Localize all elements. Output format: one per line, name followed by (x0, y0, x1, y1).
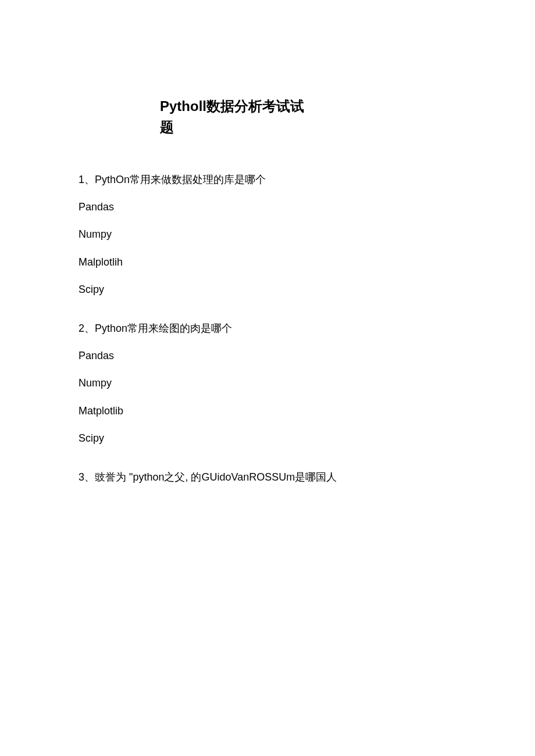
question-2-text: 2、Python常用来绘图的肉是哪个 (79, 321, 456, 336)
question-1-option-c: Malplotlih (79, 255, 456, 270)
document-page: Pytholl数据分析考试试 题 1、PythOn常用来做数据处理的库是哪个 P… (0, 0, 535, 485)
question-3: 3、豉誉为 "python之父, 的GUidoVanROSSUm是哪国人 (79, 470, 456, 485)
question-2-option-b: Numpy (79, 376, 456, 390)
title-line-1: Pytholl数据分析考试试 (160, 96, 456, 117)
question-2-option-a: Pandas (79, 349, 456, 363)
question-2: 2、Python常用来绘图的肉是哪个 Pandas Numpy Matplotl… (79, 321, 456, 446)
question-1-option-b: Numpy (79, 227, 456, 242)
document-title: Pytholl数据分析考试试 题 (160, 96, 456, 138)
question-1: 1、PythOn常用来做数据处理的库是哪个 Pandas Numpy Malpl… (79, 173, 456, 297)
question-2-option-d: Scipy (79, 431, 456, 446)
question-1-option-d: Scipy (79, 282, 456, 297)
title-line-2: 题 (160, 117, 456, 138)
question-1-option-a: Pandas (79, 200, 456, 214)
question-1-text: 1、PythOn常用来做数据处理的库是哪个 (79, 173, 456, 187)
question-3-text: 3、豉誉为 "python之父, 的GUidoVanROSSUm是哪国人 (79, 470, 456, 485)
question-2-option-c: Matplotlib (79, 404, 456, 418)
